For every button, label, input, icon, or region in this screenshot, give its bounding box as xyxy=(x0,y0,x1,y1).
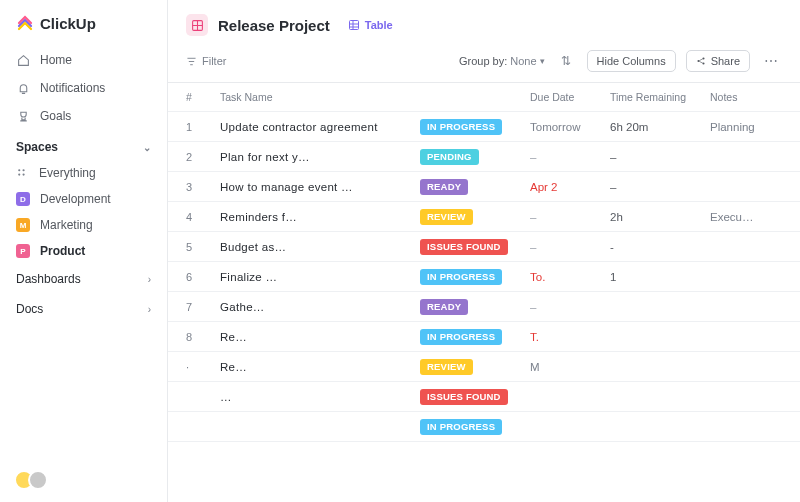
table-row[interactable]: 8Re…IN PROGRESST. xyxy=(168,322,800,352)
cell-due: Apr 2 xyxy=(530,181,610,193)
space-label: Marketing xyxy=(40,218,93,232)
cell-name: Update contractor agreement xyxy=(220,121,420,133)
sort-button[interactable]: ⇅ xyxy=(555,50,577,72)
space-label: Product xyxy=(40,244,85,258)
everything-icon xyxy=(16,167,29,180)
cell-index: 4 xyxy=(186,211,220,223)
home-icon xyxy=(16,53,30,67)
status-badge: PENDING xyxy=(420,149,479,165)
cell-index: 1 xyxy=(186,121,220,133)
table-row[interactable]: 7Gathe…READY– xyxy=(168,292,800,322)
cell-name: Plan for next y… xyxy=(220,151,420,163)
col-notes[interactable]: Notes xyxy=(710,91,790,103)
section-label: Dashboards xyxy=(16,272,81,286)
status-badge: ISSUES FOUND xyxy=(420,389,508,405)
svg-point-7 xyxy=(702,57,704,59)
svg-point-6 xyxy=(697,60,699,62)
status-badge: ISSUES FOUND xyxy=(420,239,508,255)
cell-time: – xyxy=(610,151,710,163)
more-button[interactable]: ⋯ xyxy=(760,53,782,69)
status-badge: IN PROGRESS xyxy=(420,419,502,435)
cell-index: 2 xyxy=(186,151,220,163)
cell-status: IN PROGRESS xyxy=(420,269,530,285)
section-docs[interactable]: Docs› xyxy=(0,294,167,324)
filter-icon xyxy=(186,56,197,67)
cell-index: 6 xyxy=(186,271,220,283)
chevron-right-icon: › xyxy=(148,304,151,315)
cell-name: Reminders f… xyxy=(220,211,420,223)
space-item-everything[interactable]: Everything xyxy=(0,160,167,186)
status-badge: IN PROGRESS xyxy=(420,329,502,345)
spaces-label: Spaces xyxy=(16,140,58,154)
chevron-right-icon: › xyxy=(148,274,151,285)
table-row[interactable]: 5Budget as…ISSUES FOUND–- xyxy=(168,232,800,262)
table-row[interactable]: IN PROGRESS xyxy=(168,412,800,442)
cell-status: IN PROGRESS xyxy=(420,419,530,435)
status-badge: REVIEW xyxy=(420,209,473,225)
cell-due: T. xyxy=(530,331,610,343)
main: Release Project Table Filter Group by: N… xyxy=(168,0,800,502)
cell-index: 8 xyxy=(186,331,220,343)
table-header: # Task Name Due Date Time Remaining Note… xyxy=(168,83,800,112)
groupby-selector[interactable]: Group by: None ▾ xyxy=(459,55,545,67)
more-icon: ⋯ xyxy=(764,53,778,69)
table-row[interactable]: 2Plan for next y…PENDING–– xyxy=(168,142,800,172)
cell-due: – xyxy=(530,211,610,223)
nav-label: Goals xyxy=(40,109,71,123)
share-icon xyxy=(696,56,706,66)
cell-name: … xyxy=(220,391,420,403)
col-time[interactable]: Time Remaining xyxy=(610,91,710,103)
space-badge: M xyxy=(16,218,30,232)
share-label: Share xyxy=(711,55,740,67)
table-row[interactable]: 6Finalize …IN PROGRESSTo.1 xyxy=(168,262,800,292)
cell-index: · xyxy=(186,361,220,373)
status-badge: IN PROGRESS xyxy=(420,119,502,135)
avatar xyxy=(28,470,48,490)
cell-due: – xyxy=(530,241,610,253)
col-name[interactable]: Task Name xyxy=(220,91,420,103)
view-selector[interactable]: Table xyxy=(348,19,393,31)
cell-time: 2h xyxy=(610,211,710,223)
space-item-marketing[interactable]: MMarketing xyxy=(0,212,167,238)
table-row[interactable]: …ISSUES FOUND xyxy=(168,382,800,412)
table-row[interactable]: 1Update contractor agreementIN PROGRESST… xyxy=(168,112,800,142)
cell-status: IN PROGRESS xyxy=(420,119,530,135)
cell-status: REVIEW xyxy=(420,359,530,375)
task-table: # Task Name Due Date Time Remaining Note… xyxy=(168,83,800,502)
app-name: ClickUp xyxy=(40,15,96,32)
table-icon xyxy=(348,19,360,31)
share-button[interactable]: Share xyxy=(686,50,750,72)
cell-name: Re… xyxy=(220,361,420,373)
bell-icon xyxy=(16,81,30,95)
cell-status: PENDING xyxy=(420,149,530,165)
table-row[interactable]: ·Re…REVIEWM xyxy=(168,352,800,382)
col-index[interactable]: # xyxy=(186,91,220,103)
nav-item-goals[interactable]: Goals xyxy=(0,102,167,130)
filter-button[interactable]: Filter xyxy=(186,55,226,67)
cell-status: ISSUES FOUND xyxy=(420,239,530,255)
hide-columns-button[interactable]: Hide Columns xyxy=(587,50,676,72)
cell-due: – xyxy=(530,301,610,313)
table-row[interactable]: 3How to manage event …READYApr 2– xyxy=(168,172,800,202)
section-dashboards[interactable]: Dashboards› xyxy=(0,264,167,294)
view-label: Table xyxy=(365,19,393,31)
col-due[interactable]: Due Date xyxy=(530,91,610,103)
table-row[interactable]: 4Reminders f…REVIEW–2hExecu… xyxy=(168,202,800,232)
avatar-stack[interactable] xyxy=(0,470,167,490)
status-badge: READY xyxy=(420,299,468,315)
nav-item-home[interactable]: Home xyxy=(0,46,167,74)
space-item-product[interactable]: PProduct xyxy=(0,238,167,264)
cell-status: REVIEW xyxy=(420,209,530,225)
app-logo[interactable]: ClickUp xyxy=(0,14,167,46)
space-item-development[interactable]: DDevelopment xyxy=(0,186,167,212)
hide-columns-label: Hide Columns xyxy=(597,55,666,67)
filter-label: Filter xyxy=(202,55,226,67)
status-badge: IN PROGRESS xyxy=(420,269,502,285)
cell-time: 1 xyxy=(610,271,710,283)
status-badge: READY xyxy=(420,179,468,195)
cell-name: Gathe… xyxy=(220,301,420,313)
cell-status: IN PROGRESS xyxy=(420,329,530,345)
spaces-header[interactable]: Spaces ⌄ xyxy=(0,130,167,160)
nav-item-notifications[interactable]: Notifications xyxy=(0,74,167,102)
cell-index: 3 xyxy=(186,181,220,193)
